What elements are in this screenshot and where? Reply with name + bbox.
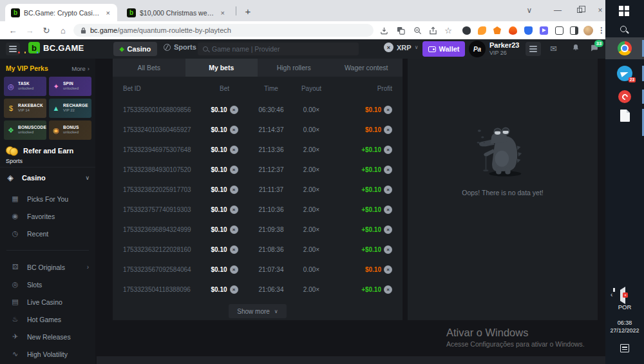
bet-row[interactable]: 1753323757740919303 $0.10× 21:10:36 2.00… — [113, 200, 402, 220]
notification-bell-icon[interactable] — [572, 44, 580, 52]
address-bar[interactable]: bc.game/game/quantum-roulette-by-playtec… — [73, 24, 374, 37]
taskbar-clock[interactable]: 06:38 27/12/2022 — [605, 320, 644, 334]
xrp-coin-icon: × — [384, 225, 392, 234]
sidebar-item[interactable]: ∿ High Volatility — [0, 345, 95, 363]
sidebar-casino-menu[interactable]: ◈ Casino ∨ — [0, 167, 95, 188]
sidebar-item[interactable]: ◷ Recent — [0, 225, 95, 242]
sidebar-item[interactable]: ▤ Live Casino — [0, 293, 95, 311]
nav-sports-tab[interactable]: Sports — [164, 43, 196, 51]
show-hidden-icons-chevron[interactable]: ‹ — [611, 291, 612, 298]
windows-start-button[interactable] — [619, 6, 629, 16]
vip-perk-card[interactable]: ✦ SPIN unlocked — [49, 77, 91, 96]
window-menu-chevron-icon[interactable]: ∨ — [519, 0, 540, 21]
xrp-coin-icon: × — [384, 126, 392, 134]
chat-icon[interactable]: 33 — [590, 44, 598, 52]
install-icon[interactable] — [379, 25, 389, 35]
bet-payout: 2.00× — [294, 166, 329, 173]
taskbar-search-icon[interactable] — [620, 26, 627, 32]
game-search-box[interactable] — [198, 43, 359, 55]
bet-row[interactable]: 1753323696894324999 $0.10× 21:09:38 2.00… — [113, 220, 402, 240]
bet-row[interactable]: 1753324010360465927 $0.10× 21:14:37 0.00… — [113, 120, 402, 140]
reload-button[interactable]: ↻ — [40, 24, 53, 37]
metamask-fox-icon[interactable] — [492, 25, 502, 35]
sidebar-item[interactable]: ▦ Picks For You — [0, 190, 95, 207]
bets-tab[interactable]: High rollers — [258, 59, 330, 77]
favorites-target-icon: ◉ — [11, 212, 19, 220]
action-center-icon[interactable] — [620, 344, 629, 352]
lock-icon — [80, 27, 86, 34]
bet-list-button[interactable] — [526, 42, 541, 56]
bc-originals-dice-icon: ⚄ — [11, 263, 19, 271]
sidebar-item[interactable]: ♨ Hot Games — [0, 311, 95, 328]
sidebar-item[interactable]: ✈ New Releases — [0, 328, 95, 345]
close-tab-icon[interactable]: × — [220, 9, 226, 17]
christmas-lights-decoration — [18, 52, 38, 53]
vip-perk-card[interactable]: ◉ BONUS unlocked — [49, 120, 91, 140]
bet-row[interactable]: 1753323946975307648 $0.10× 21:13:36 2.00… — [113, 140, 402, 160]
mail-icon[interactable]: ✉ — [550, 44, 557, 53]
taskbar-document-button[interactable] — [620, 110, 630, 122]
whale-extension-icon[interactable] — [461, 25, 471, 35]
sidebar-item[interactable]: ◎ Slots — [0, 276, 95, 293]
bets-tab[interactable]: Wager contest — [330, 59, 403, 77]
wallet-button[interactable]: Wallet — [422, 41, 465, 57]
translate-icon[interactable] — [395, 25, 406, 35]
bet-row[interactable]: 1753323822025917703 $0.10× 21:11:37 2.00… — [113, 180, 402, 200]
zoom-icon[interactable] — [412, 25, 422, 35]
vip-more-link[interactable]: More› — [71, 65, 90, 72]
nav-casino-tab[interactable]: ◆ Casino — [113, 42, 157, 56]
vip-perk-card[interactable]: $ RAKEBACK VIP 14 — [4, 99, 46, 118]
perk-label: SPIN — [63, 81, 79, 86]
taskbar-language[interactable]: POR — [605, 303, 644, 311]
browser-tab-christmas[interactable]: b $10,000 Christmas week special × — [121, 4, 232, 21]
browser-tab-bcgame[interactable]: b BC.Game: Crypto Casino Games × — [5, 4, 117, 21]
bet-row[interactable]: 1753323884930107520 $0.10× 21:12:37 2.00… — [113, 160, 402, 180]
wallet-icon — [428, 46, 436, 52]
perk-sublabel: VIP 14 — [18, 108, 43, 113]
bets-tab[interactable]: All Bets — [113, 59, 185, 77]
taskbar-telegram-button[interactable]: 23 — [617, 66, 632, 81]
chevron-right-icon: › — [88, 65, 90, 72]
bets-tab[interactable]: My bets — [185, 59, 258, 77]
user-meta[interactable]: Parker23 VIP 26 — [489, 41, 520, 57]
cursor-extension-icon[interactable] — [538, 25, 549, 35]
bet-row[interactable]: 1753323504118388096 $0.10× 21:06:34 2.00… — [113, 280, 402, 300]
show-more-button[interactable]: Show more ∨ — [229, 304, 286, 318]
home-button[interactable]: ⌂ — [57, 24, 70, 37]
vip-perk-card[interactable]: ❖ BONUSCODE unlocked — [4, 120, 46, 140]
window-restore-button[interactable] — [569, 0, 590, 21]
forward-button[interactable]: → — [23, 24, 36, 37]
site-header: b BC.GAME ◆ Casino Sports × XRP ∨ Wallet… — [0, 39, 605, 59]
vip-perk-card[interactable]: ▲ RECHARGE VIP 22 — [49, 99, 91, 118]
bet-row[interactable]: 1753323632122028160 $0.10× 21:08:36 2.00… — [113, 240, 402, 260]
taskbar-chrome-button[interactable] — [605, 37, 644, 59]
sidebar-item-label: New Releases — [27, 333, 71, 341]
bookmark-star-icon[interactable]: ☆ — [443, 25, 453, 35]
new-tab-button[interactable]: + — [241, 5, 255, 17]
shield-extension-icon[interactable] — [523, 25, 533, 35]
flame-extension-icon[interactable] — [507, 25, 518, 35]
extensions-puzzle-icon[interactable] — [554, 25, 564, 35]
bet-profit: $0.10 — [365, 266, 381, 273]
currency-selector[interactable]: × XRP ∨ — [384, 43, 418, 52]
sidebar-item[interactable]: ⚄ BC Originals › — [0, 258, 95, 276]
taskbar-red-app-button[interactable] — [618, 90, 631, 103]
close-tab-icon[interactable]: × — [105, 9, 111, 17]
sidebar-item[interactable]: ◉ Favorites — [0, 207, 95, 225]
vip-perk-card[interactable]: ◎ TASK unlocked — [4, 77, 46, 96]
browser-profile-avatar[interactable] — [583, 25, 593, 35]
bet-row[interactable]: 1753323567092584064 $0.10× 21:07:34 0.00… — [113, 260, 402, 280]
back-button[interactable]: ← — [6, 24, 19, 37]
bet-row[interactable]: 1753359001068809856 $0.10× 06:30:46 0.00… — [113, 100, 402, 120]
perk-label: BONUSCODE — [18, 125, 44, 130]
game-search-input[interactable] — [212, 45, 354, 53]
window-minimize-button[interactable]: — — [547, 0, 568, 21]
bet-time: 21:12:37 — [249, 166, 294, 173]
hamburger-menu-icon[interactable] — [6, 43, 20, 55]
sparkle-extension-icon[interactable] — [477, 25, 487, 35]
sidebar-panel-icon[interactable] — [569, 25, 579, 35]
refer-and-earn[interactable]: Refer and Earn — [0, 140, 95, 156]
volume-muted-icon[interactable]: × — [620, 290, 625, 302]
user-avatar[interactable]: Pa — [469, 41, 486, 57]
share-icon[interactable] — [428, 25, 438, 35]
